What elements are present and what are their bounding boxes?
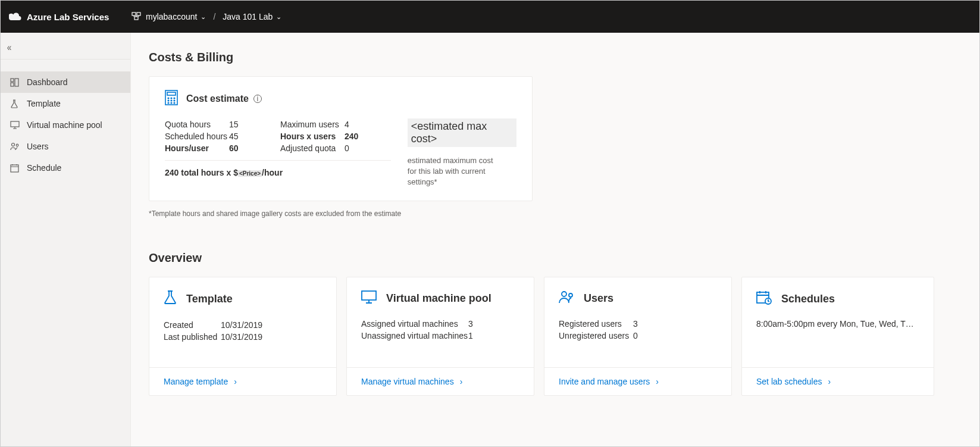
sidebar-item-users[interactable]: Users xyxy=(1,136,130,157)
breadcrumb-lab[interactable]: Java 101 Lab ⌄ xyxy=(223,12,281,21)
svg-rect-1 xyxy=(137,12,140,15)
estimated-max-cost-desc: estimated maximum cost for this lab with… xyxy=(408,155,503,187)
tile-title: Users xyxy=(584,292,613,305)
costs-section-title: Costs & Billing xyxy=(149,51,962,64)
svg-point-15 xyxy=(168,100,169,101)
manage-users-link[interactable]: Invite and manage users › xyxy=(559,377,659,386)
monitor-icon xyxy=(361,290,377,306)
svg-rect-5 xyxy=(11,83,14,86)
lab-account-icon xyxy=(131,11,141,23)
cost-estimate-card: Cost estimate i Quota hours15 Scheduled … xyxy=(149,76,533,201)
svg-rect-2 xyxy=(134,17,138,20)
cost-label: Quota hours xyxy=(165,118,229,130)
cost-summary-price: <Price> xyxy=(238,170,262,177)
cost-value: 15 xyxy=(229,118,247,130)
tile-title: Template xyxy=(186,293,233,305)
svg-point-8 xyxy=(16,144,18,146)
top-bar: Azure Lab Services mylabaccount ⌄ / Java… xyxy=(1,1,979,33)
chevron-right-icon: › xyxy=(656,377,659,386)
svg-point-14 xyxy=(174,98,175,99)
cost-right-column: Maximum users4 Hours x users240 Adjusted… xyxy=(280,118,362,154)
users-icon xyxy=(10,142,21,151)
sidebar-item-schedule[interactable]: Schedule xyxy=(1,157,130,179)
calendar-icon xyxy=(10,164,21,173)
svg-rect-9 xyxy=(11,165,18,172)
sidebar-item-vmpool[interactable]: Virtual machine pool xyxy=(1,114,130,136)
breadcrumb-lab-account-label: mylabaccount xyxy=(146,12,197,21)
svg-point-22 xyxy=(562,292,566,296)
sidebar-item-label: Template xyxy=(27,99,61,108)
estimated-max-cost: <estimated max cost> xyxy=(408,118,516,147)
overview-section-title: Overview xyxy=(149,251,962,265)
template-tile: Template Created10/31/2019 Last publishe… xyxy=(149,277,337,396)
cost-summary: 240 total hours x $<Price>/hour xyxy=(165,168,391,177)
cost-estimate-title: Cost estimate xyxy=(186,93,249,104)
stat-value: 0 xyxy=(633,330,638,342)
sidebar-item-dashboard[interactable]: Dashboard xyxy=(1,71,130,93)
svg-rect-3 xyxy=(11,79,14,82)
chevron-right-icon: › xyxy=(460,377,463,386)
breadcrumb-separator: / xyxy=(213,12,215,21)
svg-point-12 xyxy=(168,98,169,99)
cost-value: 0 xyxy=(345,142,362,154)
tile-title: Schedules xyxy=(781,293,835,305)
flask-icon xyxy=(10,99,21,108)
cost-label: Hours/user xyxy=(165,142,229,154)
svg-rect-6 xyxy=(11,121,19,127)
svg-point-16 xyxy=(171,100,172,101)
cost-left-column: Quota hours15 Scheduled hours45 Hours/us… xyxy=(165,118,247,154)
link-label: Manage template xyxy=(164,377,228,386)
svg-point-20 xyxy=(174,102,175,104)
stat-value: 3 xyxy=(468,318,473,330)
svg-rect-11 xyxy=(167,92,176,95)
stat-label: Last published xyxy=(164,331,221,343)
cost-value: 45 xyxy=(229,130,247,142)
svg-point-17 xyxy=(174,100,175,101)
chevron-right-icon: › xyxy=(234,377,237,386)
sidebar: « Dashboard Template Virtual machine poo… xyxy=(1,33,131,446)
flask-icon xyxy=(164,290,177,307)
set-schedules-link[interactable]: Set lab schedules › xyxy=(756,377,831,386)
svg-point-13 xyxy=(171,98,172,99)
schedules-tile: Schedules 8:00am-5:00pm every Mon, Tue, … xyxy=(741,277,934,396)
sidebar-item-label: Virtual machine pool xyxy=(27,120,102,130)
cost-value: 60 xyxy=(229,142,247,154)
cost-value: 4 xyxy=(345,118,362,130)
svg-point-7 xyxy=(12,143,15,146)
sidebar-item-label: Users xyxy=(27,142,49,151)
svg-rect-0 xyxy=(132,12,136,15)
sidebar-item-template[interactable]: Template xyxy=(1,93,130,114)
main-content: Costs & Billing Cost estimate i Quota ho… xyxy=(131,33,979,446)
stat-value: 10/31/2019 xyxy=(221,331,262,343)
sidebar-item-label: Schedule xyxy=(27,163,61,173)
cost-label: Scheduled hours xyxy=(165,130,229,142)
chevron-down-icon: ⌄ xyxy=(276,13,281,21)
cost-value: 240 xyxy=(345,130,362,142)
dashboard-icon xyxy=(10,78,21,87)
azure-cloud-icon xyxy=(9,12,22,21)
brand-text: Azure Lab Services xyxy=(27,12,109,22)
stat-label: Registered users xyxy=(559,318,633,330)
collapse-sidebar-button[interactable]: « xyxy=(7,42,12,53)
manage-template-link[interactable]: Manage template › xyxy=(164,377,237,386)
cost-label: Adjusted quota xyxy=(280,142,345,154)
link-label: Invite and manage users xyxy=(559,377,650,386)
manage-vms-link[interactable]: Manage virtual machines › xyxy=(361,377,462,386)
users-icon xyxy=(559,290,574,306)
cost-label: Hours x users xyxy=(280,130,345,142)
link-label: Set lab schedules xyxy=(756,377,822,386)
stat-label: Assigned virtual machines xyxy=(361,318,468,330)
cost-summary-prefix: 240 total hours x $ xyxy=(165,168,238,177)
svg-rect-21 xyxy=(362,291,376,300)
chevron-down-icon: ⌄ xyxy=(201,13,206,21)
sidebar-item-label: Dashboard xyxy=(27,77,68,87)
calculator-icon xyxy=(165,90,178,108)
info-icon[interactable]: i xyxy=(253,95,262,103)
vmpool-tile: Virtual machine pool Assigned virtual ma… xyxy=(346,277,534,396)
stat-value: 1 xyxy=(468,330,473,342)
stat-label: Created xyxy=(164,319,221,331)
breadcrumb-lab-account[interactable]: mylabaccount ⌄ xyxy=(146,12,206,21)
schedule-text: 8:00am-5:00pm every Mon, Tue, Wed, Thu, … xyxy=(756,319,918,329)
stat-label: Unregistered users xyxy=(559,330,633,342)
stat-value: 10/31/2019 xyxy=(221,319,262,331)
